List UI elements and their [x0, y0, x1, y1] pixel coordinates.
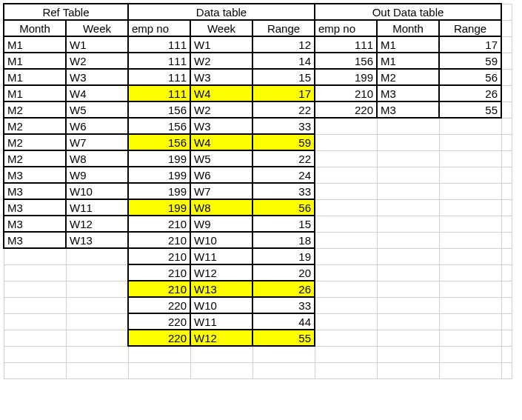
cell[interactable]: 56 [252, 199, 315, 216]
cell[interactable] [501, 4, 512, 20]
cell[interactable]: 33 [252, 118, 315, 134]
cell[interactable] [377, 248, 439, 264]
cell[interactable]: 55 [252, 330, 315, 346]
cell[interactable] [501, 264, 512, 281]
cell[interactable] [439, 232, 501, 248]
cell[interactable] [4, 248, 66, 264]
cell[interactable]: W2 [66, 53, 128, 69]
cell[interactable]: W10 [190, 297, 252, 313]
cell[interactable]: W2 [190, 101, 252, 118]
cell[interactable] [4, 264, 66, 281]
spreadsheet-table[interactable]: Ref TableData tableOut Data tableMonthWe… [3, 3, 512, 379]
cell[interactable]: M3 [4, 216, 66, 232]
cell[interactable]: W12 [190, 330, 252, 346]
cell[interactable]: 22 [252, 101, 315, 118]
cell[interactable] [377, 264, 439, 281]
cell[interactable] [377, 281, 439, 297]
cell[interactable] [315, 281, 377, 297]
cell[interactable]: 55 [439, 101, 501, 118]
cell[interactable]: 12 [252, 36, 315, 53]
cell[interactable]: 14 [252, 53, 315, 69]
cell[interactable] [4, 346, 66, 362]
cell[interactable]: 156 [128, 101, 190, 118]
cell[interactable]: 33 [252, 297, 315, 313]
cell[interactable]: M3 [4, 199, 66, 216]
cell[interactable]: W7 [66, 134, 128, 150]
cell[interactable] [377, 330, 439, 346]
cell[interactable]: W9 [66, 167, 128, 183]
cell[interactable] [252, 362, 315, 379]
cell[interactable]: Month [4, 20, 66, 36]
cell[interactable] [66, 362, 128, 379]
cell[interactable] [315, 167, 377, 183]
cell[interactable]: 210 [315, 85, 377, 101]
cell[interactable]: W8 [66, 150, 128, 167]
cell[interactable]: 33 [252, 183, 315, 199]
cell[interactable]: M3 [377, 85, 439, 101]
cell[interactable]: 19 [252, 248, 315, 264]
cell[interactable] [501, 101, 512, 118]
cell[interactable] [66, 313, 128, 330]
cell[interactable] [501, 85, 512, 101]
cell[interactable] [501, 232, 512, 248]
cell[interactable]: W13 [190, 281, 252, 297]
cell[interactable]: W3 [190, 118, 252, 134]
cell[interactable]: W4 [66, 85, 128, 101]
cell[interactable] [66, 346, 128, 362]
cell[interactable]: 199 [128, 150, 190, 167]
cell[interactable] [315, 118, 377, 134]
cell[interactable] [439, 297, 501, 313]
cell[interactable] [377, 118, 439, 134]
cell[interactable] [439, 264, 501, 281]
cell[interactable] [501, 183, 512, 199]
cell[interactable]: Data table [128, 4, 315, 20]
cell[interactable] [501, 167, 512, 183]
cell[interactable] [377, 134, 439, 150]
cell[interactable] [501, 313, 512, 330]
cell[interactable] [377, 150, 439, 167]
cell[interactable] [501, 362, 512, 379]
cell[interactable]: 199 [128, 183, 190, 199]
cell[interactable] [439, 199, 501, 216]
cell[interactable]: M3 [4, 167, 66, 183]
cell[interactable] [501, 150, 512, 167]
cell[interactable] [377, 346, 439, 362]
cell[interactable]: 15 [252, 69, 315, 85]
cell[interactable] [377, 232, 439, 248]
cell[interactable]: M2 [4, 118, 66, 134]
cell[interactable] [501, 134, 512, 150]
cell[interactable] [439, 183, 501, 199]
cell[interactable]: 210 [128, 216, 190, 232]
cell[interactable]: M1 [377, 53, 439, 69]
cell[interactable]: W11 [66, 199, 128, 216]
cell[interactable] [315, 330, 377, 346]
cell[interactable] [501, 36, 512, 53]
cell[interactable]: 220 [128, 313, 190, 330]
cell[interactable]: W13 [66, 232, 128, 248]
cell[interactable] [501, 346, 512, 362]
cell[interactable]: W8 [190, 199, 252, 216]
cell[interactable] [439, 167, 501, 183]
cell[interactable]: W9 [190, 216, 252, 232]
cell[interactable] [315, 313, 377, 330]
cell[interactable]: 220 [315, 101, 377, 118]
cell[interactable] [315, 346, 377, 362]
cell[interactable] [315, 362, 377, 379]
cell[interactable]: W6 [190, 167, 252, 183]
cell[interactable]: M3 [4, 183, 66, 199]
cell[interactable]: 26 [439, 85, 501, 101]
cell[interactable]: M3 [4, 232, 66, 248]
cell[interactable] [315, 150, 377, 167]
cell[interactable]: W4 [190, 134, 252, 150]
cell[interactable]: 24 [252, 167, 315, 183]
cell[interactable]: W4 [190, 85, 252, 101]
cell[interactable] [377, 313, 439, 330]
cell[interactable]: Range [252, 20, 315, 36]
cell[interactable]: M2 [377, 69, 439, 85]
cell[interactable] [66, 330, 128, 346]
cell[interactable] [190, 346, 252, 362]
cell[interactable] [66, 297, 128, 313]
cell[interactable]: M2 [4, 101, 66, 118]
cell[interactable]: W7 [190, 183, 252, 199]
cell[interactable]: 26 [252, 281, 315, 297]
